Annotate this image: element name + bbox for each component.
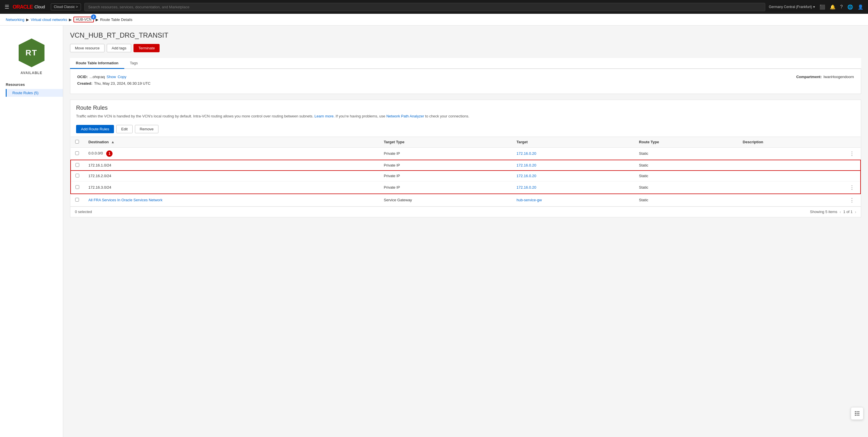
col-header-target: Target — [512, 137, 634, 147]
row-menu-icon[interactable]: ⋮ — [848, 184, 856, 191]
breadcrumb-networking[interactable]: Networking — [6, 18, 24, 22]
row-target-link[interactable]: 172.16.0.20 — [517, 185, 536, 189]
language-icon[interactable]: 🌐 — [847, 4, 853, 10]
tab-route-table-information[interactable]: Route Table Information — [70, 58, 124, 69]
pagination-next[interactable]: › — [855, 210, 856, 214]
row-checkbox-cell — [71, 181, 84, 194]
search-input[interactable] — [84, 3, 765, 11]
row-menu-icon[interactable]: ⋮ — [848, 150, 856, 158]
col-header-actions — [844, 137, 861, 147]
route-rules-table-wrapper: Destination ▲ Target Type Target Route T… — [70, 137, 861, 207]
breadcrumb: Networking ▶ Virtual cloud networks ▶ HU… — [0, 14, 868, 26]
floating-help-icon[interactable] — [851, 407, 863, 420]
col-header-destination: Destination ▲ — [84, 137, 379, 147]
route-rules-description: Traffic within the VCN is handled by the… — [76, 114, 855, 119]
info-panel: OCID: ...ohqcaq Show Copy Compartment: I… — [70, 69, 861, 94]
sidebar-item-route-rules[interactable]: Route Rules (5) — [6, 89, 63, 97]
row-target: hub-service-gw — [512, 194, 634, 207]
svg-point-4 — [855, 413, 856, 414]
row-target-link[interactable]: 172.16.0.20 — [517, 174, 536, 178]
row-checkbox-cell — [71, 194, 84, 207]
page-indicator: 1 of 1 — [843, 210, 853, 214]
nav-icons: Germany Central (Frankfurt) ▾ ⬛ 🔔 ? 🌐 👤 — [769, 4, 863, 10]
add-tags-button[interactable]: Add tags — [107, 44, 131, 52]
svg-point-9 — [858, 415, 859, 416]
tabs: Route Table Information Tags — [70, 58, 861, 69]
select-all-checkbox[interactable] — [75, 140, 79, 144]
row-route-type: Static — [634, 160, 738, 171]
notification-bell-icon[interactable]: 🔔 — [830, 4, 836, 10]
row-route-type: Static — [634, 147, 738, 160]
row-destination: All FRA Services In Oracle Services Netw… — [84, 194, 379, 207]
row-route-type: Static — [634, 181, 738, 194]
row-target-link[interactable]: 172.16.0.20 — [517, 163, 536, 167]
sidebar-resources-section: Resources Route Rules (5) — [0, 78, 63, 99]
table-footer: 0 selected Showing 5 items ‹ 1 of 1 › — [70, 207, 861, 217]
breadcrumb-virtual-cloud-networks[interactable]: Virtual cloud networks — [31, 18, 67, 22]
svg-point-6 — [858, 413, 859, 414]
hub-vcn-badge-number: 2 — [91, 14, 96, 20]
ocid-copy-link[interactable]: Copy — [118, 75, 126, 79]
breadcrumb-hub-vcn-badge[interactable]: HUB-VCN 2 — [73, 17, 94, 22]
row-route-type: Static — [634, 170, 738, 181]
showing-items: Showing 5 items — [810, 210, 837, 214]
row-menu-cell: ⋮ — [844, 181, 861, 194]
ocid-show-link[interactable]: Show — [106, 75, 116, 79]
help-icon[interactable]: ? — [840, 4, 843, 9]
action-buttons: Move resource Add tags Terminate — [70, 44, 861, 52]
rt-hexagon-icon: RT — [16, 37, 48, 69]
svg-point-2 — [857, 411, 858, 412]
row-destination-link[interactable]: All FRA Services In Oracle Services Netw… — [88, 198, 162, 202]
row-checkbox[interactable] — [75, 198, 79, 201]
row-menu-cell — [844, 160, 861, 171]
ocid-value: ...ohqcaq — [90, 75, 105, 79]
main-layout: RT AVAILABLE Resources Route Rules (5) V… — [0, 26, 868, 437]
svg-point-3 — [858, 411, 859, 412]
table-row: All FRA Services In Oracle Services Netw… — [71, 194, 861, 207]
row-checkbox[interactable] — [75, 185, 79, 189]
tab-tags[interactable]: Tags — [124, 58, 144, 69]
row-target-link[interactable]: 172.16.0.20 — [517, 151, 536, 156]
row-checkbox[interactable] — [75, 163, 79, 167]
region-selector[interactable]: Germany Central (Frankfurt) ▾ — [769, 5, 815, 9]
move-resource-button[interactable]: Move resource — [70, 44, 104, 52]
edit-button[interactable]: Edit — [116, 125, 132, 133]
rt-status: AVAILABLE — [21, 71, 42, 75]
row-target-type: Private IP — [379, 160, 512, 171]
svg-point-1 — [855, 411, 856, 412]
row-destination: 0.0.0.0/0 1 — [84, 147, 379, 160]
row-description — [738, 170, 844, 181]
row-menu-icon[interactable]: ⋮ — [848, 196, 856, 204]
row-target-link[interactable]: hub-service-gw — [517, 198, 542, 202]
row-checkbox[interactable] — [75, 151, 79, 155]
rt-icon-wrapper: RT AVAILABLE — [0, 31, 63, 78]
row-destination: 172.16.3.0/24 — [84, 181, 379, 194]
learn-more-link[interactable]: Learn more. — [315, 114, 335, 118]
table-actions: Add Route Rules Edit Remove — [70, 125, 861, 137]
route-rules-section: Route Rules Traffic within the VCN is ha… — [70, 100, 861, 217]
oracle-logo: ORACLE Cloud — [12, 4, 45, 10]
hamburger-menu[interactable]: ☰ — [5, 4, 9, 10]
oracle-logo-text: ORACLE — [12, 4, 33, 10]
row-checkbox[interactable] — [75, 174, 79, 178]
add-route-rules-button[interactable]: Add Route Rules — [76, 125, 114, 133]
row-target: 172.16.0.20 — [512, 147, 634, 160]
row-target-type: Private IP — [379, 147, 512, 160]
row-checkbox-cell — [71, 160, 84, 171]
terminate-button[interactable]: Terminate — [133, 44, 160, 52]
row-target: 172.16.0.20 — [512, 170, 634, 181]
network-path-analyzer-link[interactable]: Network Path Analyzer — [386, 114, 424, 118]
user-avatar-icon[interactable]: 👤 — [858, 4, 863, 10]
created-label: Created: — [77, 81, 92, 86]
pagination-prev[interactable]: ‹ — [840, 210, 841, 214]
svg-point-7 — [855, 415, 856, 416]
top-nav: ☰ ORACLE Cloud Cloud Classic > Germany C… — [0, 0, 868, 14]
cloud-classic-button[interactable]: Cloud Classic > — [51, 3, 81, 10]
destination-sort-icon[interactable]: ▲ — [111, 140, 115, 144]
remove-button[interactable]: Remove — [135, 125, 158, 133]
svg-point-8 — [857, 415, 858, 416]
cloud-shell-icon[interactable]: ⬛ — [819, 4, 825, 10]
col-header-route-type: Route Type — [634, 137, 738, 147]
row-destination: 172.16.1.0/24 — [84, 160, 379, 171]
compartment-value: IwanHoogendoorn — [824, 75, 854, 79]
